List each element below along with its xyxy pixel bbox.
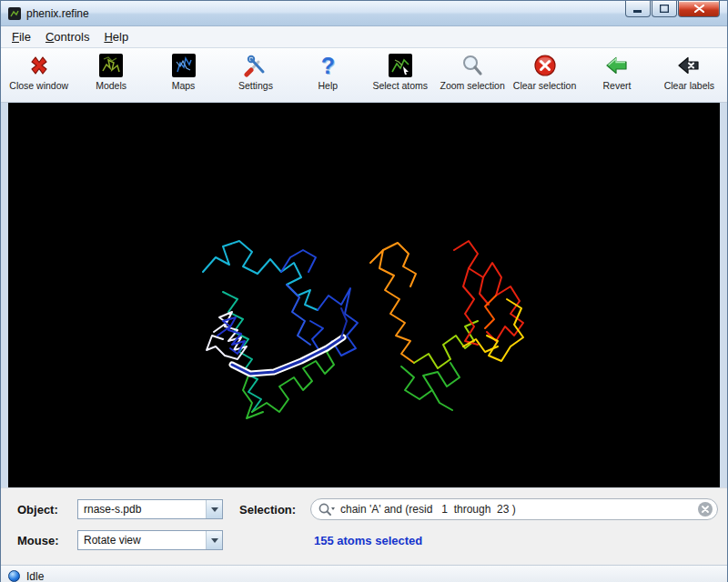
toolbar-button-revert[interactable]: Revert: [581, 50, 652, 102]
zoom-selection-icon: [460, 52, 484, 79]
selection-input[interactable]: chain 'A' and (resid 1 through 23 ): [310, 498, 718, 520]
maximize-icon: [660, 5, 669, 13]
mouse-row: Mouse: Rotate view 155 atoms selected: [17, 529, 718, 551]
status-bar: Idle: [1, 565, 727, 582]
search-icon[interactable]: [318, 502, 336, 517]
toolbar-button-close-window[interactable]: Close window: [3, 50, 75, 102]
toolbar-button-label: Models: [96, 80, 126, 91]
toolbar-button-help[interactable]: ? Help: [292, 50, 364, 102]
help-icon: ?: [321, 52, 335, 79]
toolbar-button-label: Select atoms: [372, 80, 428, 91]
close-icon: [694, 5, 704, 13]
toolbar: Close window Models Maps Se: [1, 48, 727, 103]
mouse-dropdown[interactable]: Rotate view: [77, 530, 223, 550]
toolbar-button-label: Zoom selection: [440, 80, 505, 91]
maximize-button[interactable]: [652, 1, 677, 17]
title-bar[interactable]: phenix.refine: [1, 1, 727, 26]
status-text: Idle: [26, 570, 44, 582]
toolbar-button-label: Close window: [9, 80, 68, 91]
object-dropdown-value: rnase-s.pdb: [78, 503, 206, 516]
window-title: phenix.refine: [26, 7, 89, 20]
menu-help[interactable]: Help: [96, 27, 136, 46]
selection-label: Selection:: [239, 503, 310, 517]
toolbar-button-label: Revert: [602, 80, 631, 91]
app-icon: [7, 6, 22, 21]
status-idle-icon: [8, 570, 20, 582]
toolbar-button-select-atoms[interactable]: Select atoms: [364, 50, 436, 102]
settings-icon: [243, 52, 268, 79]
clear-selection-icon: [533, 52, 557, 79]
menu-file[interactable]: File: [5, 27, 38, 46]
toolbar-button-clear-selection[interactable]: Clear selection: [509, 50, 581, 102]
molecule-viewport[interactable]: [8, 103, 720, 487]
molecule-wireframe: [8, 103, 720, 487]
revert-icon: [604, 52, 630, 79]
toolbar-button-models[interactable]: Models: [75, 50, 147, 102]
toolbar-button-maps[interactable]: Maps: [147, 50, 219, 102]
clear-input-icon[interactable]: [698, 502, 713, 517]
caption-buttons: [624, 1, 720, 17]
toolbar-button-label: Settings: [238, 80, 273, 91]
app-window: phenix.refine File Controls Help Close w…: [0, 0, 728, 582]
object-label: Object:: [17, 503, 77, 517]
clear-labels-icon: [676, 52, 702, 79]
mouse-dropdown-value: Rotate view: [78, 534, 206, 547]
close-button[interactable]: [678, 1, 720, 17]
toolbar-button-label: Clear selection: [513, 80, 576, 91]
object-dropdown[interactable]: rnase-s.pdb: [77, 499, 223, 519]
object-selection-row: Object: rnase-s.pdb Selection: chain 'A'…: [17, 498, 718, 520]
toolbar-button-label: Clear labels: [664, 80, 714, 91]
menu-controls[interactable]: Controls: [38, 27, 96, 46]
maps-icon: [172, 52, 196, 79]
toolbar-button-clear-labels[interactable]: Clear labels: [653, 50, 725, 102]
toolbar-button-label: Help: [318, 80, 339, 91]
close-window-icon: [26, 52, 52, 79]
toolbar-button-settings[interactable]: Settings: [219, 50, 291, 102]
selection-value: chain 'A' and (resid 1 through 23 ): [340, 503, 698, 516]
menu-bar: File Controls Help: [1, 26, 727, 48]
atoms-selected-text: 155 atoms selected: [314, 534, 422, 547]
select-atoms-icon: [389, 52, 412, 79]
mouse-label: Mouse:: [17, 534, 77, 547]
control-panel: Object: rnase-s.pdb Selection: chain 'A'…: [1, 487, 727, 565]
chevron-down-icon: [206, 531, 222, 549]
models-icon: [99, 52, 123, 79]
toolbar-button-label: Maps: [172, 80, 196, 91]
minimize-icon: [633, 5, 642, 13]
chevron-down-icon: [206, 500, 222, 518]
toolbar-button-zoom-selection[interactable]: Zoom selection: [436, 50, 508, 102]
minimize-button[interactable]: [625, 1, 651, 17]
